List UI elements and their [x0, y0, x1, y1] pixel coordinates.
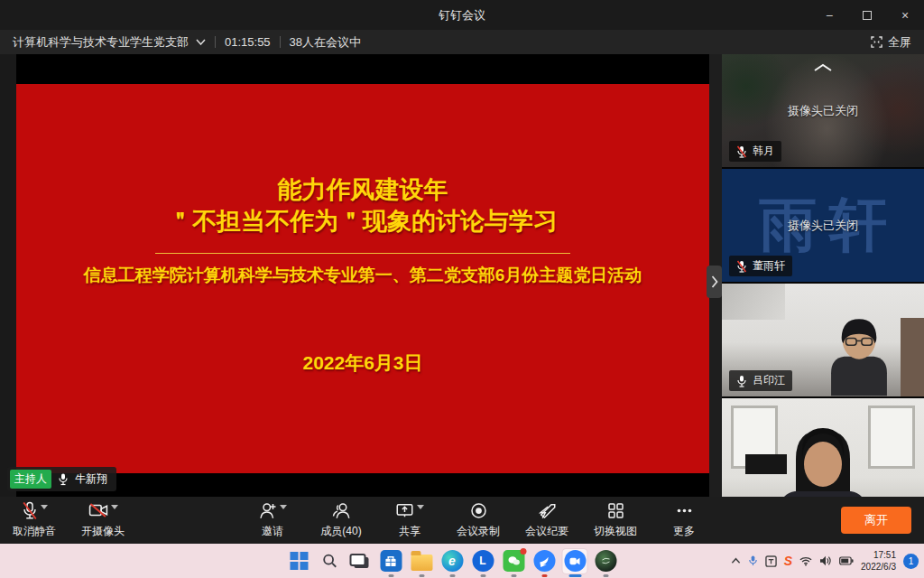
volume-icon[interactable] [819, 555, 832, 566]
share-screen-button[interactable]: 共享 [388, 501, 431, 539]
microsoft-store-button[interactable] [378, 549, 402, 573]
invite-options-caret[interactable] [280, 505, 287, 509]
edge-browser-button[interactable]: e [439, 549, 464, 573]
taskbar-search-button[interactable] [317, 549, 341, 573]
running-indicator [511, 574, 516, 577]
window-title: 钉钉会议 [0, 7, 924, 23]
meeting-camera-icon [564, 550, 586, 572]
leave-meeting-button[interactable]: 离开 [841, 507, 911, 534]
participant-name: 吕印江 [753, 373, 785, 388]
members-button[interactable]: 成员(40) [319, 501, 363, 539]
participant-tile-lvyinjiang[interactable]: 吕印江 [722, 284, 924, 396]
edge-icon: e [441, 550, 463, 572]
participant-name-pill: 韩月 [729, 141, 781, 162]
record-label: 会议录制 [457, 524, 500, 539]
loop-icon: L [472, 550, 494, 572]
participant-tile-hanyue[interactable]: 摄像头已关闭 韩月 [722, 54, 924, 167]
participant-tile-dongyuxuan[interactable]: 雨轩 摄像头已关闭 董雨轩 [722, 169, 924, 282]
slide-date: 2022年6月3日 [302, 350, 422, 376]
switch-view-label: 切换视图 [594, 524, 637, 539]
wechat-icon [503, 550, 524, 572]
chevron-down-icon [196, 39, 206, 45]
invite-person-icon [258, 501, 277, 520]
clock-date: 2022/6/3 [861, 561, 896, 573]
divider [280, 36, 281, 48]
sidebar-handle-strip [709, 54, 722, 497]
running-indicator [388, 574, 393, 577]
participant-name-pill: 吕印江 [729, 370, 792, 391]
mute-options-caret[interactable] [41, 505, 48, 509]
divider [215, 36, 216, 48]
input-method-icon[interactable] [765, 555, 777, 567]
participant-name: 韩月 [753, 144, 774, 159]
globe-icon [595, 550, 616, 572]
notification-count-badge[interactable]: 1 [903, 554, 919, 569]
record-button[interactable]: 会议录制 [457, 501, 500, 539]
scroll-up-chevron-icon[interactable] [813, 60, 833, 76]
presenter-name: 牛新翔 [75, 471, 107, 487]
windows-start-button[interactable] [286, 549, 310, 573]
taskbar-clock[interactable]: 17:51 2022/6/3 [861, 549, 896, 573]
fullscreen-button[interactable]: 全屏 [871, 34, 911, 51]
share-options-caret[interactable] [417, 505, 424, 509]
members-icon [332, 501, 351, 520]
camera-on-button[interactable]: 开摄像头 [81, 501, 125, 539]
loop-app-button[interactable]: L [470, 549, 494, 573]
window-titlebar: 钉钉会议 − × [0, 0, 924, 30]
camera-label: 开摄像头 [81, 524, 125, 539]
share-screen-icon [395, 501, 414, 520]
participant-tile-host[interactable] [722, 398, 924, 497]
chevron-right-icon [711, 275, 718, 288]
tray-expand-chevron-icon[interactable] [731, 557, 741, 564]
scroll-down-chevron-icon[interactable] [811, 495, 835, 497]
minutes-button[interactable]: 会议纪要 [525, 501, 568, 539]
microphone-muted-icon [736, 260, 747, 273]
task-view-button[interactable] [347, 549, 372, 573]
camera-options-caret[interactable] [111, 505, 118, 509]
sogou-input-icon[interactable]: S [784, 554, 792, 568]
more-dots-icon [675, 501, 694, 520]
meeting-duration: 01:15:55 [225, 35, 271, 49]
unmute-button[interactable]: 取消静音 [13, 501, 56, 539]
search-icon [321, 553, 337, 569]
camera-off-status: 摄像头已关闭 [722, 218, 924, 234]
file-explorer-button[interactable] [409, 549, 433, 573]
participant-count: 38人在会议中 [290, 34, 361, 51]
more-button[interactable]: 更多 [662, 501, 706, 539]
running-indicator [449, 574, 455, 577]
meeting-name: 计算机科学与技术专业学生党支部 [13, 34, 189, 51]
clock-time: 17:51 [861, 549, 896, 561]
meeting-name-dropdown[interactable]: 计算机科学与技术专业学生党支部 [13, 34, 206, 51]
running-indicator [419, 574, 424, 577]
slide-divider-line [155, 253, 570, 254]
participant-sidebar: 摄像头已关闭 韩月 雨轩 摄像头已关闭 [722, 54, 924, 497]
dingtalk-button[interactable] [531, 549, 556, 573]
collapse-sidebar-button[interactable] [707, 266, 722, 298]
stage-left-strip [0, 54, 16, 497]
dingtalk-meeting-active-button[interactable] [562, 549, 587, 573]
meeting-toolbar: 取消静音 开摄像头 [0, 497, 924, 544]
participant-name: 董雨轩 [753, 258, 785, 274]
invite-label: 邀请 [262, 524, 283, 539]
more-label: 更多 [673, 524, 695, 539]
slide-subtitle: 信息工程学院计算机科学与技术专业第一、第二党支部6月份主题党日活动 [84, 264, 642, 287]
camera-off-status: 摄像头已关闭 [722, 103, 924, 119]
wechat-button[interactable] [501, 549, 525, 573]
record-icon [469, 501, 488, 520]
microphone-icon [58, 472, 69, 486]
task-view-icon [349, 554, 365, 566]
slide-title-line2: ＂不担当不作为＂现象的讨论与学习 [168, 206, 558, 238]
invite-button[interactable]: 邀请 [251, 501, 294, 539]
switch-view-button[interactable]: 切换视图 [594, 501, 637, 539]
wifi-icon[interactable] [799, 556, 812, 566]
browser-globe-button[interactable] [593, 549, 617, 573]
microphone-muted-icon [22, 501, 38, 520]
battery-icon[interactable] [839, 556, 854, 565]
host-badge: 主持人 [10, 470, 51, 489]
participant-name-pill: 董雨轩 [729, 256, 792, 276]
shared-screen-stage: 能力作风建设年 ＂不担当不作为＂现象的讨论与学习 信息工程学院计算机科学与技术专… [0, 54, 709, 497]
participant-video-person [807, 308, 911, 396]
restore-icon [863, 11, 872, 20]
tray-microphone-icon[interactable] [748, 555, 758, 567]
presenter-name-overlay: 主持人 牛新翔 [7, 467, 116, 491]
